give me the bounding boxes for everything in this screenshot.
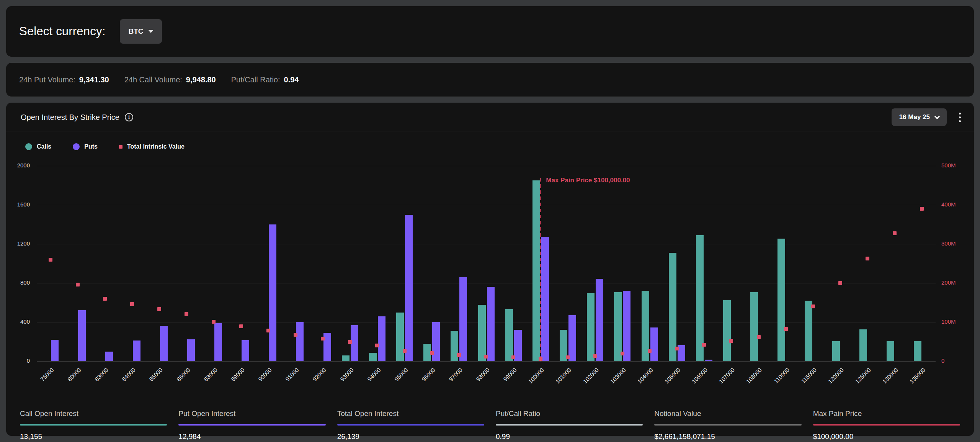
y-axis-right-label-100M: 100M: [941, 318, 972, 325]
intrinsic-dot-105000: [675, 347, 679, 350]
x-axis-label-107000: 107000: [718, 367, 736, 385]
bar-group-105000: [663, 166, 691, 361]
bar-puts-104000: [650, 327, 658, 361]
total-oi-underline: [337, 424, 484, 426]
bar-calls-106000: [696, 235, 704, 361]
summary-max-pain: Max Pain Price $100,000.00: [813, 409, 960, 441]
intrinsic-dot-90000: [266, 329, 270, 332]
bar-calls-130000: [887, 341, 894, 361]
legend-item-intrinsic[interactable]: Total Intrinsic Value: [119, 143, 185, 150]
legend-puts-label: Puts: [84, 143, 98, 150]
x-axis-label-104000: 104000: [636, 367, 654, 385]
intrinsic-dot-130000: [893, 231, 897, 235]
bar-group-104000: [636, 166, 663, 361]
intrinsic-dot-92000: [321, 337, 325, 341]
bar-puts-80000: [78, 310, 86, 361]
intrinsic-marker-icon: [119, 145, 122, 149]
call-volume-value: 9,948.80: [186, 75, 216, 84]
bar-group-125000: [854, 166, 881, 361]
bar-group-99000: [500, 166, 527, 361]
x-axis-label-88000: 88000: [203, 367, 219, 383]
intrinsic-dot-84000: [130, 302, 134, 306]
bar-puts-101000: [568, 315, 576, 361]
put-volume-label: 24h Put Volume:: [19, 75, 75, 84]
bar-group-106000: [691, 166, 718, 361]
put-oi-underline: [178, 424, 325, 426]
currency-dropdown[interactable]: BTC: [120, 19, 162, 44]
plot-area: 00400100M800200M1200300M1600400M2000500M…: [37, 166, 936, 361]
x-axis-label-102000: 102000: [581, 367, 599, 385]
x-axis-label-125000: 125000: [854, 367, 872, 385]
date-dropdown[interactable]: 16 May 25: [892, 108, 947, 126]
y-axis-left-label-1600: 1600: [6, 201, 30, 208]
bar-calls-103000: [614, 292, 622, 361]
chart-title: Open Interest By Strike Price: [21, 113, 119, 122]
bar-group-94000: [364, 166, 391, 361]
page: Select currency: BTC 24h Put Volume: 9,3…: [0, 0, 980, 442]
x-axis-label-110000: 110000: [773, 367, 791, 385]
bar-puts-85000: [160, 326, 168, 361]
call-volume-label: 24h Call Volume:: [124, 75, 182, 84]
currency-card: Select currency: BTC: [6, 6, 974, 57]
bar-calls-108000: [750, 292, 758, 361]
intrinsic-dot-86000: [185, 312, 188, 316]
bar-group-89000: [227, 166, 255, 361]
intrinsic-dot-75000: [49, 258, 52, 262]
x-axis-label-135000: 135000: [908, 367, 926, 385]
bar-calls-100000: [532, 180, 540, 361]
bar-group-75000: [37, 166, 64, 361]
x-axis-label-83000: 83000: [93, 367, 109, 383]
x-axis-label-90000: 90000: [257, 367, 273, 383]
bar-group-107000: [718, 166, 745, 361]
x-axis-label-106000: 106000: [691, 367, 709, 385]
bar-calls-98000: [478, 305, 486, 361]
currency-selected-value: BTC: [128, 27, 143, 36]
call-oi-underline: [20, 424, 167, 426]
bar-calls-110000: [777, 239, 785, 361]
x-axis-label-99000: 99000: [502, 367, 518, 383]
put-call-ratio-label: Put/Call Ratio:: [231, 75, 280, 84]
bar-group-92000: [309, 166, 336, 361]
chart-legend: Calls Puts Total Intrinsic Value: [6, 131, 974, 153]
x-axis-label-98000: 98000: [475, 367, 491, 383]
bar-puts-95000: [405, 215, 413, 362]
bar-calls-125000: [859, 329, 867, 361]
bar-puts-94000: [378, 316, 385, 361]
x-axis-label-96000: 96000: [420, 367, 436, 383]
bar-group-80000: [64, 166, 91, 361]
legend-item-calls[interactable]: Calls: [25, 143, 51, 150]
bar-calls-107000: [723, 300, 731, 361]
chart-area: 00400100M800200M1200300M1600400M2000500M…: [6, 166, 974, 399]
y-axis-right-label-200M: 200M: [941, 279, 972, 286]
bar-group-135000: [908, 166, 936, 361]
kebab-menu[interactable]: [957, 110, 963, 124]
intrinsic-dot-85000: [157, 307, 161, 311]
intrinsic-dot-91000: [294, 333, 297, 337]
bar-group-93000: [336, 166, 364, 361]
intrinsic-dot-125000: [866, 257, 869, 260]
y-axis-right-label-300M: 300M: [941, 240, 972, 247]
bar-group-91000: [282, 166, 309, 361]
y-axis-left-label-1200: 1200: [6, 240, 30, 247]
info-icon[interactable]: i: [125, 113, 133, 121]
bar-group-97000: [445, 166, 472, 361]
x-axis-label-91000: 91000: [284, 367, 300, 383]
max-pain-annotation: Max Pain Price $100,000.00: [546, 177, 630, 184]
bar-calls-102000: [587, 293, 595, 362]
x-axis-label-120000: 120000: [827, 367, 845, 385]
legend-item-puts[interactable]: Puts: [73, 143, 98, 150]
x-axis-label-75000: 75000: [39, 367, 55, 383]
calls-marker-icon: [25, 143, 32, 150]
bar-calls-99000: [505, 309, 513, 361]
bar-group-103000: [609, 166, 636, 361]
bar-puts-86000: [187, 339, 195, 361]
bar-puts-90000: [269, 224, 276, 361]
summary-call-oi: Call Open Interest 13,155: [20, 409, 167, 441]
intrinsic-dot-93000: [348, 340, 352, 344]
intrinsic-dot-98000: [484, 355, 488, 359]
y-axis-left-label-800: 800: [6, 279, 30, 286]
legend-intrinsic-label: Total Intrinsic Value: [127, 143, 185, 150]
intrinsic-dot-103000: [621, 352, 624, 355]
x-axis-label-93000: 93000: [339, 367, 355, 383]
intrinsic-dot-104000: [648, 349, 652, 353]
